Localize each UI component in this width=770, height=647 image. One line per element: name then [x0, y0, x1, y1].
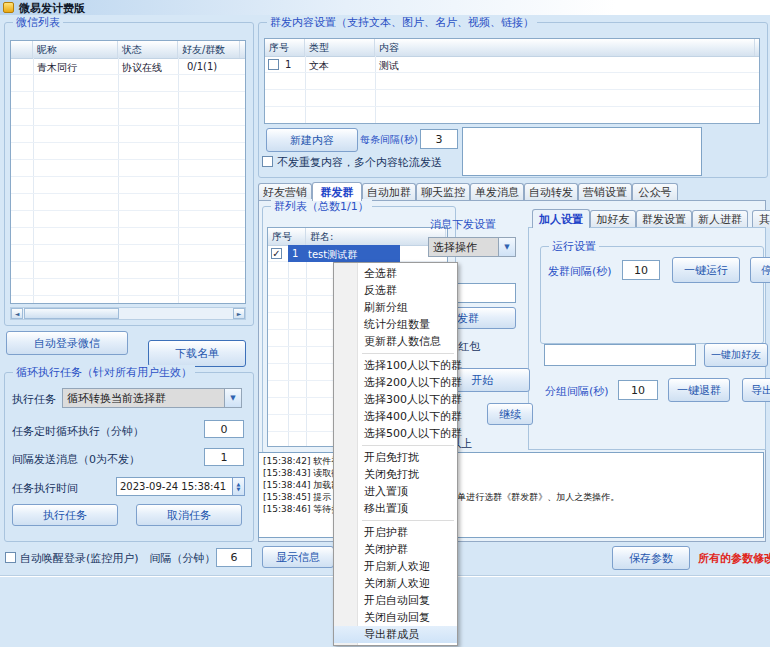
export-members-button[interactable]: 导出 — [742, 378, 770, 402]
menu-item-pin[interactable]: 进入置顶 — [334, 483, 457, 500]
app-icon — [3, 2, 14, 13]
menu-item-mute-off[interactable]: 关闭免打扰 — [334, 466, 457, 483]
chevron-down-icon[interactable]: ▼ — [224, 389, 241, 407]
menu-item-export-members[interactable]: 导出群成员 — [334, 626, 457, 643]
scroll-left-icon[interactable]: ◄ — [11, 308, 23, 319]
group-row-name: test测试群 — [308, 248, 357, 262]
subtab-other[interactable]: 其他 — [752, 210, 770, 228]
scroll-thumb[interactable] — [24, 308, 119, 319]
menu-item-refresh-groups[interactable]: 刷新分组 — [334, 299, 457, 316]
menu-item-select-under-300[interactable]: 选择300人以下的群 — [334, 391, 457, 408]
subtab-send-settings[interactable]: 群发设置 — [636, 210, 692, 228]
one-key-add-button[interactable]: 一键加好友 — [704, 343, 768, 367]
subtab-add-settings[interactable]: 加人设置 — [532, 209, 590, 228]
save-params-button[interactable]: 保存参数 — [612, 546, 690, 570]
content-header-type[interactable]: 类型 — [305, 39, 375, 56]
content-row-checkbox[interactable] — [268, 59, 279, 70]
add-friend-input[interactable] — [544, 344, 696, 366]
exec-task-label: 执行任务 — [12, 392, 56, 407]
subtab-add-friend[interactable]: 加好友 — [590, 210, 636, 228]
tab-auto-forward[interactable]: 自动转发 — [524, 183, 578, 201]
context-menu: 全选群 反选群 刷新分组 统计分组数量 更新群人数信息 选择100人以下的群 选… — [333, 262, 458, 646]
exec-task-value: 循环转换当前选择群 — [67, 391, 166, 406]
loop-task-caption: 循环执行任务（针对所有用户生效） — [13, 365, 195, 380]
task-datetime-field[interactable]: 2023-09-24 15:38:41 — [116, 477, 233, 496]
wake-interval-input[interactable]: 6 — [216, 548, 252, 567]
continue-button[interactable]: 继续 — [487, 403, 533, 425]
datetime-spinner[interactable]: ▲▼ — [232, 477, 245, 496]
menu-item-mute-on[interactable]: 开启免打扰 — [334, 449, 457, 466]
account-counts: 0/1(1) — [187, 61, 217, 72]
send-interval-input[interactable]: 10 — [622, 260, 660, 280]
scroll-right-icon[interactable]: ► — [233, 308, 245, 319]
title-bar: 微易发计费版 — [0, 0, 770, 15]
menu-item-welcome-off[interactable]: 关闭新人欢迎 — [334, 575, 457, 592]
dispatch-value: 选择操作 — [433, 240, 477, 255]
menu-item-invert-selection[interactable]: 反选群 — [334, 282, 457, 299]
content-row-type: 文本 — [309, 59, 329, 73]
show-info-button[interactable]: 显示信息 — [262, 546, 334, 568]
menu-item-unpin[interactable]: 移出置顶 — [334, 500, 457, 517]
subtab-newcomer[interactable]: 新人进群 — [692, 210, 748, 228]
new-content-button[interactable]: 新建内容 — [266, 128, 358, 152]
content-table-header: 序号 类型 内容 — [265, 39, 759, 57]
menu-item-select-under-400[interactable]: 选择400人以下的群 — [334, 408, 457, 425]
menu-item-welcome-on[interactable]: 开启新人欢迎 — [334, 558, 457, 575]
tab-official-account[interactable]: 公众号 — [632, 183, 678, 201]
task-time-label: 任务执行时间 — [12, 481, 78, 496]
account-table-hscrollbar[interactable]: ◄ ► — [10, 307, 246, 320]
content-header-text[interactable]: 内容 — [375, 39, 755, 56]
menu-item-autoreply-on[interactable]: 开启自动回复 — [334, 592, 457, 609]
menu-item-select-all[interactable]: 全选群 — [334, 265, 457, 282]
msg-gap-input[interactable]: 1 — [204, 448, 244, 466]
auto-login-button[interactable]: 自动登录微信 — [6, 331, 128, 355]
menu-item-guard-off[interactable]: 关闭护群 — [334, 541, 457, 558]
run-task-button[interactable]: 执行任务 — [12, 504, 118, 526]
cancel-task-button[interactable]: 取消任务 — [136, 504, 242, 526]
content-header-index[interactable]: 序号 — [265, 39, 305, 56]
menu-item-count-groups[interactable]: 统计分组数量 — [334, 316, 457, 333]
exec-task-combobox[interactable]: 循环转换当前选择群 ▼ — [62, 388, 242, 408]
account-list-caption: 微信列表 — [13, 15, 63, 30]
tab-group-send[interactable]: 群发群 — [312, 182, 362, 201]
wake-checkbox[interactable] — [5, 552, 16, 563]
account-header-counts[interactable]: 好友/群数 — [178, 41, 240, 58]
per-msg-interval-label: 每条间隔(秒) — [360, 133, 418, 147]
chevron-down-icon[interactable]: ▼ — [498, 238, 515, 256]
loop-interval-input[interactable]: 0 — [204, 420, 244, 438]
norepeat-checkbox[interactable] — [262, 156, 273, 167]
tab-chat-monitor[interactable]: 聊天监控 — [416, 183, 470, 201]
account-status: 协议在线 — [122, 61, 162, 75]
menu-item-select-under-100[interactable]: 选择100人以下的群 — [334, 357, 457, 374]
content-row-text: 测试 — [379, 59, 399, 73]
menu-item-autoreply-off[interactable]: 关闭自动回复 — [334, 609, 457, 626]
menu-separator — [334, 350, 457, 357]
account-table-header: 昵称 状态 好友/群数 — [11, 41, 245, 59]
content-caption: 群发内容设置（支持文本、图片、名片、视频、链接） — [267, 15, 537, 30]
group-row-checkbox[interactable] — [271, 248, 282, 259]
group-header-index[interactable]: 序号 — [268, 228, 306, 245]
account-header-nickname[interactable]: 昵称 — [33, 41, 118, 58]
dispatch-label: 消息下发设置 — [430, 217, 496, 232]
menu-item-select-under-200[interactable]: 选择200人以下的群 — [334, 374, 457, 391]
group-gap-input[interactable]: 10 — [618, 380, 658, 400]
menu-item-select-under-500[interactable]: 选择500人以下的群 — [334, 425, 457, 442]
menu-item-update-member-info[interactable]: 更新群人数信息 — [334, 333, 457, 350]
group-row-index: 1 — [292, 248, 298, 259]
group-list-caption: 群列表（总数1/1） — [271, 199, 372, 214]
app-window: 微易发计费版 微信列表 昵称 状态 好友/群数 青木同行 协议在线 0/1(1)… — [0, 0, 770, 647]
tab-single-send[interactable]: 单发消息 — [470, 183, 524, 201]
tab-marketing-settings[interactable]: 营销设置 — [578, 183, 632, 201]
dispatch-combobox[interactable]: 选择操作 ▼ — [428, 237, 516, 257]
account-header-status[interactable]: 状态 — [118, 41, 178, 58]
menu-item-guard-on[interactable]: 开启护群 — [334, 524, 457, 541]
download-roster-button[interactable]: 下载名单 — [148, 340, 246, 367]
per-msg-interval-input[interactable]: 3 — [420, 129, 458, 149]
one-key-run-button[interactable]: 一键运行 — [672, 257, 740, 283]
menu-separator — [334, 442, 457, 449]
one-key-leave-button[interactable]: 一键退群 — [668, 378, 730, 402]
group-header-name[interactable]: 群名: — [306, 228, 446, 245]
account-table: 昵称 状态 好友/群数 青木同行 协议在线 0/1(1) — [10, 40, 246, 304]
stop-run-button[interactable]: 停止 — [750, 257, 770, 283]
content-preview-box[interactable] — [462, 127, 702, 176]
